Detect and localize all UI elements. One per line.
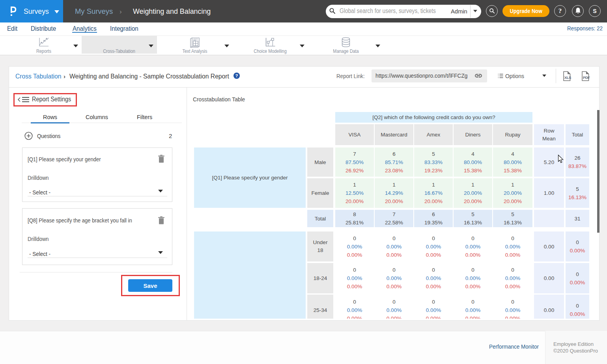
svg-text:XLS: XLS bbox=[564, 75, 571, 80]
svg-text:PDF: PDF bbox=[583, 75, 590, 80]
